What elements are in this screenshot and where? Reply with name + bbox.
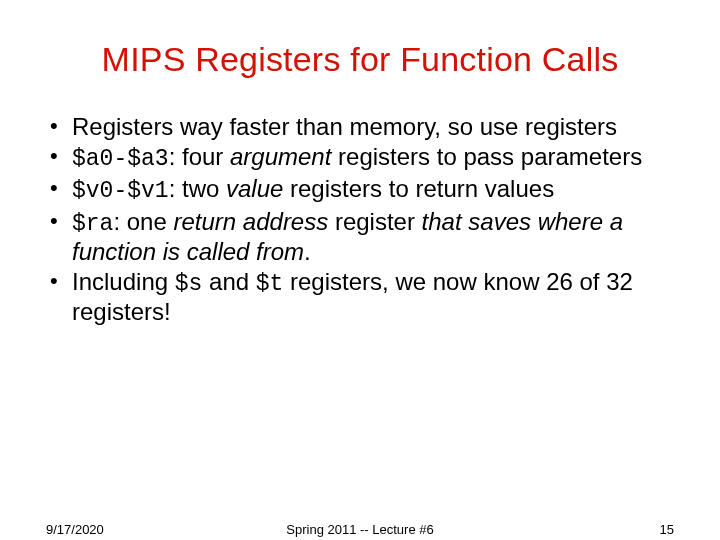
emphasis-text: return address bbox=[173, 208, 328, 235]
list-item: $v0-$v1: two value registers to return v… bbox=[50, 175, 678, 205]
list-item: $a0-$a3: four argument registers to pass… bbox=[50, 143, 678, 173]
bullet-text: registers to return values bbox=[283, 175, 554, 202]
emphasis-text: argument bbox=[230, 143, 331, 170]
slide: MIPS Registers for Function Calls Regist… bbox=[0, 0, 720, 540]
list-item: Including $s and $t registers, we now kn… bbox=[50, 268, 678, 326]
bullet-text: : two bbox=[169, 175, 226, 202]
footer-page: 15 bbox=[660, 522, 674, 537]
bullet-list: Registers way faster than memory, so use… bbox=[42, 113, 678, 326]
bullet-text: : one bbox=[113, 208, 173, 235]
bullet-text: and bbox=[202, 268, 255, 295]
list-item: Registers way faster than memory, so use… bbox=[50, 113, 678, 141]
bullet-text: registers to pass parameters bbox=[331, 143, 642, 170]
code-text: $a0-$a3 bbox=[72, 146, 169, 172]
list-item: $ra: one return address register that sa… bbox=[50, 208, 678, 266]
code-text: $ra bbox=[72, 211, 113, 237]
bullet-text: Including bbox=[72, 268, 175, 295]
code-text: $t bbox=[256, 271, 284, 297]
page-title: MIPS Registers for Function Calls bbox=[42, 40, 678, 79]
bullet-text: : four bbox=[169, 143, 230, 170]
footer-course: Spring 2011 -- Lecture #6 bbox=[0, 522, 720, 537]
emphasis-text: value bbox=[226, 175, 283, 202]
bullet-text: Registers way faster than memory, so use… bbox=[72, 113, 617, 140]
code-text: $s bbox=[175, 271, 203, 297]
code-text: $v0-$v1 bbox=[72, 178, 169, 204]
bullet-text: register bbox=[328, 208, 421, 235]
bullet-text: . bbox=[304, 238, 311, 265]
